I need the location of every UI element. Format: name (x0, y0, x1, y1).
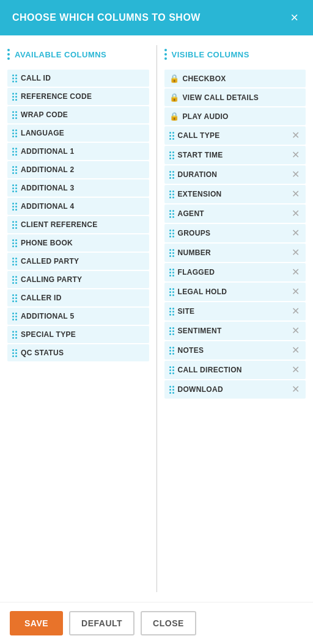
column-item-label: WRAP CODE (21, 110, 68, 119)
visible-column-locked-item: 🔒 CHECKBOX (164, 70, 306, 87)
remove-column-button[interactable]: ✕ (290, 287, 301, 297)
drag-handle (169, 386, 174, 394)
drag-handle (12, 258, 17, 266)
lock-icon: 🔒 (169, 74, 179, 83)
drag-handle (12, 331, 17, 339)
available-column-item[interactable]: ADDITIONAL 5 (7, 308, 149, 325)
drag-handle (12, 148, 17, 156)
drag-handle (169, 151, 174, 159)
available-column-item[interactable]: ADDITIONAL 1 (7, 143, 149, 160)
default-button[interactable]: DEFAULT (69, 611, 134, 635)
column-item-label: ADDITIONAL 5 (21, 312, 74, 320)
column-item-label: CLIENT REFERENCE (21, 220, 97, 229)
remove-column-button[interactable]: ✕ (290, 346, 301, 355)
drag-handle (169, 269, 174, 277)
available-column-item[interactable]: WRAP CODE (7, 106, 149, 123)
available-columns-panel: AVAILABLE COLUMNS CALL ID REFERENCE CODE (7, 45, 149, 592)
visible-columns-header-icon (164, 49, 167, 60)
remove-column-button[interactable]: ✕ (290, 131, 301, 140)
remove-column-button[interactable]: ✕ (290, 267, 301, 277)
drag-handle (12, 239, 17, 247)
visible-column-item[interactable]: CALL DIRECTION ✕ (164, 361, 306, 379)
remove-column-button[interactable]: ✕ (290, 189, 301, 199)
visible-column-item[interactable]: EXTENSION ✕ (164, 185, 306, 203)
available-column-item[interactable]: CALL ID (7, 70, 149, 87)
available-column-item[interactable]: ADDITIONAL 2 (7, 161, 149, 178)
available-column-item[interactable]: CLIENT REFERENCE (7, 216, 149, 233)
available-column-item[interactable]: SPECIAL TYPE (7, 326, 149, 343)
drag-handle (169, 171, 174, 179)
available-column-item[interactable]: ADDITIONAL 4 (7, 198, 149, 215)
column-item-label: CALLER ID (21, 294, 62, 302)
drag-handle (169, 132, 174, 140)
column-divider (156, 45, 157, 592)
lock-icon: 🔒 (169, 93, 179, 102)
available-columns-label: AVAILABLE COLUMNS (15, 50, 106, 59)
remove-column-button[interactable]: ✕ (290, 365, 301, 375)
remove-column-button[interactable]: ✕ (290, 228, 301, 238)
visible-column-item[interactable]: AGENT ✕ (164, 204, 306, 223)
remove-column-button[interactable]: ✕ (290, 170, 301, 179)
available-column-item[interactable]: LANGUAGE (7, 125, 149, 142)
modal-body: AVAILABLE COLUMNS CALL ID REFERENCE CODE (0, 35, 313, 602)
modal-close-button[interactable]: × (288, 11, 301, 24)
drag-handle (12, 294, 17, 302)
visible-columns-list: 🔒 CHECKBOX 🔒 VIEW CALL DETAILS 🔒 PLAY AU… (164, 70, 306, 399)
visible-column-item[interactable]: FLAGGED ✕ (164, 263, 306, 281)
drag-handle (169, 190, 174, 198)
visible-column-item[interactable]: NUMBER ✕ (164, 244, 306, 262)
available-column-item[interactable]: CALLER ID (7, 289, 149, 306)
column-item-label: FLAGGED (178, 268, 215, 277)
visible-column-item[interactable]: SENTIMENT ✕ (164, 322, 306, 340)
available-column-item[interactable]: REFERENCE CODE (7, 88, 149, 105)
visible-column-item[interactable]: NOTES ✕ (164, 341, 306, 360)
visible-column-item[interactable]: SITE ✕ (164, 302, 306, 320)
column-item-label: LEGAL HOLD (178, 288, 227, 296)
visible-columns-header: VISIBLE COLUMNS (164, 45, 306, 66)
drag-handle (169, 366, 174, 374)
available-column-item[interactable]: PHONE BOOK (7, 234, 149, 251)
drag-handle (12, 74, 17, 82)
column-item-label: CALL ID (21, 74, 51, 82)
drag-handle (12, 166, 17, 174)
visible-column-item[interactable]: DOWNLOAD ✕ (164, 380, 306, 399)
column-item-label: CHECKBOX (183, 74, 226, 83)
remove-column-button[interactable]: ✕ (290, 150, 301, 160)
visible-column-item[interactable]: DURATION ✕ (164, 165, 306, 184)
drag-handle (169, 288, 174, 296)
visible-columns-panel: VISIBLE COLUMNS 🔒 CHECKBOX 🔒 VIEW CALL D… (164, 45, 306, 592)
visible-column-item[interactable]: START TIME ✕ (164, 146, 306, 164)
column-item-label: VIEW CALL DETAILS (183, 93, 259, 102)
available-column-item[interactable]: ADDITIONAL 3 (7, 179, 149, 197)
close-button[interactable]: CLOSE (141, 611, 196, 635)
drag-handle (12, 349, 17, 357)
available-column-item[interactable]: QC STATUS (7, 344, 149, 361)
remove-column-button[interactable]: ✕ (290, 385, 301, 394)
available-columns-list: CALL ID REFERENCE CODE WRAP CODE LANGUAG… (7, 70, 149, 361)
modal-title: CHOOSE WHICH COLUMNS TO SHOW (12, 12, 201, 23)
visible-column-locked-item: 🔒 PLAY AUDIO (164, 107, 306, 125)
save-button[interactable]: SAVE (10, 611, 63, 635)
visible-column-locked-item: 🔒 VIEW CALL DETAILS (164, 89, 306, 106)
visible-column-item[interactable]: LEGAL HOLD ✕ (164, 283, 306, 301)
remove-column-button[interactable]: ✕ (290, 209, 301, 219)
drag-handle (12, 93, 17, 101)
modal-header: CHOOSE WHICH COLUMNS TO SHOW × (0, 0, 313, 35)
column-item-label: DURATION (178, 170, 218, 179)
drag-handle (169, 327, 174, 335)
remove-column-button[interactable]: ✕ (290, 326, 301, 336)
column-item-label: SENTIMENT (178, 327, 222, 335)
column-item-label: START TIME (178, 151, 223, 159)
remove-column-button[interactable]: ✕ (290, 306, 301, 316)
available-column-item[interactable]: CALLING PARTY (7, 271, 149, 288)
drag-handle (12, 276, 17, 284)
column-item-label: AGENT (178, 209, 205, 218)
visible-column-item[interactable]: CALL TYPE ✕ (164, 126, 306, 145)
visible-column-item[interactable]: GROUPS ✕ (164, 224, 306, 242)
drag-handle (12, 203, 17, 211)
column-item-label: SITE (178, 307, 195, 316)
remove-column-button[interactable]: ✕ (290, 248, 301, 258)
available-column-item[interactable]: CALLED PARTY (7, 253, 149, 270)
drag-handle (12, 313, 17, 320)
column-chooser-modal: CHOOSE WHICH COLUMNS TO SHOW × AVAILABLE… (0, 0, 313, 644)
